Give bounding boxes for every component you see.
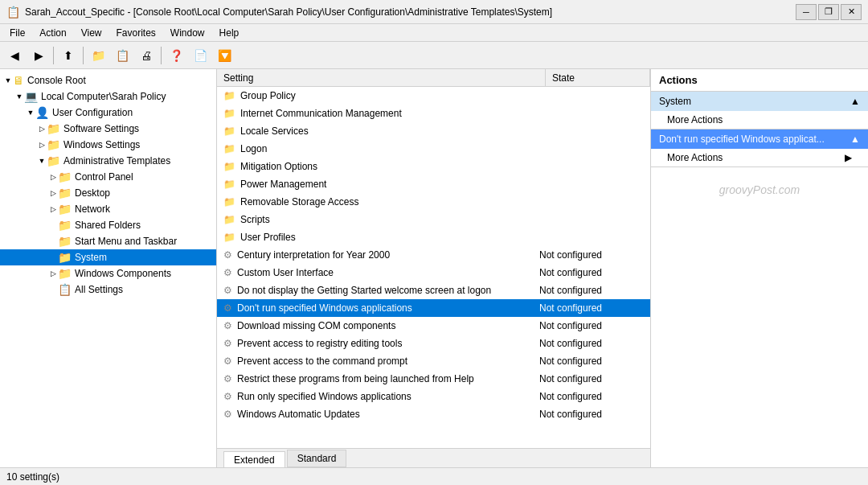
tree-toggle-desktop[interactable]: ▷ (48, 187, 58, 199)
title-bar-title: Sarah_Accout_Specific - [Console Root\Lo… (25, 6, 552, 18)
tree-icon-control-panel: 📁 (58, 171, 72, 183)
list-item-restrict-help[interactable]: ⚙ Restrict these programs from being lau… (217, 370, 650, 388)
tree-label-control-panel: Control Panel (75, 171, 133, 183)
tree-toggle-local-computer[interactable]: ▼ (14, 91, 24, 102)
tab-strip: ExtendedStandard (217, 448, 650, 467)
list-item-prevent-cmd[interactable]: ⚙ Prevent access to the command prompt N… (217, 352, 650, 370)
action-section-header-dont-run-section[interactable]: Don't run specified Windows applicat... … (651, 129, 868, 149)
tree-item-admin-templates[interactable]: ▼ 📁 Administrative Templates (0, 153, 216, 169)
folder-icon: 📁 (223, 108, 235, 119)
list-item-download-com[interactable]: ⚙ Download missing COM components Not co… (217, 317, 650, 335)
menu-item-favorites[interactable]: Favorites (110, 26, 162, 40)
tree-toggle-system[interactable] (48, 252, 58, 263)
tree-icon-shared-folders: 📁 (58, 219, 72, 232)
list-item-mitigation-options[interactable]: 📁 Mitigation Options (217, 158, 650, 175)
view-button[interactable]: 📄 (189, 45, 211, 66)
minimize-button[interactable]: ─ (796, 4, 817, 20)
back-button[interactable]: ◀ (3, 45, 26, 66)
list-item-prevent-registry[interactable]: ⚙ Prevent access to registry editing too… (217, 335, 650, 352)
toolbar-separator-1 (53, 47, 54, 64)
new-window-button[interactable]: 📋 (111, 45, 133, 66)
help-button[interactable]: ❓ (165, 45, 187, 66)
tree-item-all-settings[interactable]: 📋 All Settings (0, 282, 216, 298)
list-item-run-only-apps[interactable]: ⚙ Run only specified Windows application… (217, 388, 650, 405)
list-item-group-policy[interactable]: 📁 Group Policy (217, 87, 650, 105)
list-item-no-getting-started[interactable]: ⚙ Do not display the Getting Started wel… (217, 282, 650, 299)
toolbar-separator-2 (83, 47, 84, 64)
tree-toggle-software-settings[interactable]: ▷ (37, 123, 47, 134)
list-item-dont-run-apps[interactable]: ⚙ Don't run specified Windows applicatio… (217, 299, 650, 317)
tree-label-all-settings: All Settings (75, 284, 123, 295)
tree-toggle-network[interactable]: ▷ (48, 203, 58, 215)
app-icon: 📋 (6, 6, 20, 18)
folder-icon: 📁 (223, 125, 235, 137)
list-item-name: Logon (240, 143, 539, 154)
tree-toggle-windows-settings[interactable]: ▷ (37, 139, 47, 150)
list-item-user-profiles[interactable]: 📁 User Profiles (217, 228, 650, 246)
tree-item-software-settings[interactable]: ▷ 📁 Software Settings (0, 121, 216, 137)
list-item-removable-storage[interactable]: 📁 Removable Storage Access (217, 193, 650, 211)
tree-toggle-shared-folders[interactable] (48, 220, 58, 231)
tree-item-shared-folders[interactable]: 📁 Shared Folders (0, 217, 216, 233)
tree-item-local-computer[interactable]: ▼ 💻 Local Computer\Sarah Policy (0, 88, 216, 105)
tree-toggle-admin-templates[interactable]: ▼ (37, 155, 47, 166)
tree-item-network[interactable]: ▷ 📁 Network (0, 201, 216, 217)
settings-icon: ⚙ (223, 249, 232, 261)
action-item-more-actions-system[interactable]: More Actions (651, 111, 868, 129)
close-button[interactable]: ✕ (841, 4, 862, 20)
settings-icon: ⚙ (223, 285, 232, 296)
show-hide-button[interactable]: 📁 (87, 45, 109, 66)
tree-item-windows-components[interactable]: ▷ 📁 Windows Components (0, 265, 216, 282)
list-item-logon[interactable]: 📁 Logon (217, 140, 650, 158)
tree-icon-console-root: 🖥 (13, 74, 24, 87)
list-item-internet-comm[interactable]: 📁 Internet Communication Management (217, 105, 650, 122)
tree-toggle-all-settings[interactable] (48, 284, 58, 295)
col-header-setting[interactable]: Setting (217, 69, 546, 86)
settings-icon: ⚙ (223, 302, 232, 314)
menu-item-view[interactable]: View (75, 26, 108, 40)
menu-item-action[interactable]: Action (33, 26, 72, 40)
tree-item-windows-settings[interactable]: ▷ 📁 Windows Settings (0, 137, 216, 153)
tree-toggle-console-root[interactable]: ▼ (3, 75, 13, 86)
list-item-custom-ui[interactable]: ⚙ Custom User Interface Not configured (217, 264, 650, 282)
tree-item-system[interactable]: 📁 System (0, 249, 216, 265)
tree-item-desktop[interactable]: ▷ 📁 Desktop (0, 185, 216, 201)
tree-toggle-control-panel[interactable]: ▷ (48, 171, 58, 183)
action-section-label: Don't run specified Windows applicat... (659, 134, 825, 145)
tree-toggle-windows-components[interactable]: ▷ (48, 268, 58, 279)
tree-icon-user-config: 👤 (35, 106, 49, 119)
menu-item-file[interactable]: File (3, 26, 31, 40)
list-item-century-interp[interactable]: ⚙ Century interpretation for Year 2000 N… (217, 246, 650, 264)
tree-item-start-menu[interactable]: 📁 Start Menu and Taskbar (0, 233, 216, 249)
tree-item-console-root[interactable]: ▼ 🖥 Console Root (0, 72, 216, 88)
tree-item-control-panel[interactable]: ▷ 📁 Control Panel (0, 169, 216, 185)
settings-icon: ⚙ (223, 391, 232, 402)
list-item-win-auto-update[interactable]: ⚙ Windows Automatic Updates Not configur… (217, 405, 650, 423)
list-item-name: User Profiles (240, 232, 539, 243)
list-item-name: Restrict these programs from being launc… (237, 373, 539, 384)
col-header-state[interactable]: State (546, 69, 650, 86)
tree-item-user-config[interactable]: ▼ 👤 User Configuration (0, 105, 216, 121)
tree-toggle-user-config[interactable]: ▼ (26, 107, 35, 118)
list-item-locale-services[interactable]: 📁 Locale Services (217, 122, 650, 140)
watermark: groovyPost.com (651, 167, 868, 212)
tree-toggle-start-menu[interactable] (48, 236, 58, 247)
menu-item-window[interactable]: Window (164, 26, 211, 40)
list-item-scripts[interactable]: 📁 Scripts (217, 211, 650, 228)
tab-extended[interactable]: Extended (223, 451, 285, 467)
filter-button[interactable]: 🔽 (213, 45, 235, 66)
menu-item-help[interactable]: Help (213, 26, 246, 40)
print-button[interactable]: 🖨 (135, 45, 158, 66)
up-button[interactable]: ⬆ (57, 45, 80, 66)
forward-button[interactable]: ▶ (27, 45, 50, 66)
action-item-more-actions-app[interactable]: More Actions ▶ (651, 149, 868, 166)
list-item-name: Power Management (240, 179, 539, 190)
tree-panel: ▼ 🖥 Console Root ▼ 💻 Local Computer\Sara… (0, 69, 217, 467)
action-section-header-system-section[interactable]: System ▲ (651, 92, 868, 111)
tree-icon-start-menu: 📁 (58, 235, 72, 248)
toolbar-separator-3 (161, 47, 162, 64)
list-item-power-management[interactable]: 📁 Power Management (217, 175, 650, 193)
list-header: Setting State (217, 69, 650, 87)
restore-button[interactable]: ❐ (818, 4, 839, 20)
tab-standard[interactable]: Standard (287, 450, 347, 467)
